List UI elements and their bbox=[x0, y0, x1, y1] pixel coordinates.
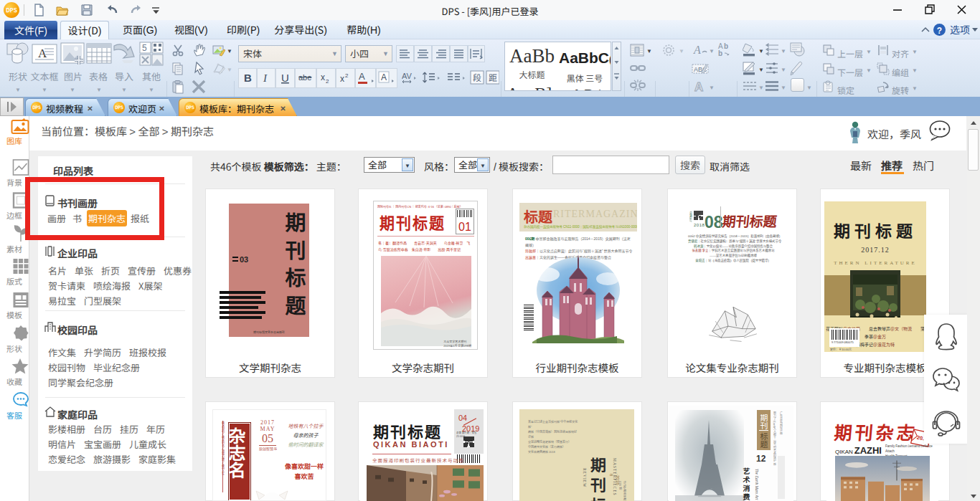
svg-text:距: 距 bbox=[489, 71, 497, 83]
svg-text:5: 5 bbox=[142, 42, 147, 53]
svg-text:B: B bbox=[244, 70, 252, 85]
svg-text:abe: abe bbox=[298, 71, 311, 82]
svg-text:U: U bbox=[281, 70, 289, 85]
svg-text:b: b bbox=[724, 42, 728, 51]
svg-text:x: x bbox=[321, 70, 325, 82]
svg-text:x: x bbox=[340, 72, 344, 84]
svg-text:A: A bbox=[381, 70, 387, 82]
svg-text:AV: AV bbox=[402, 70, 413, 81]
svg-text:2: 2 bbox=[326, 77, 329, 85]
svg-text:2: 2 bbox=[345, 71, 349, 79]
svg-text:b: b bbox=[718, 47, 722, 57]
svg-text:A: A bbox=[694, 79, 703, 93]
svg-text:A: A bbox=[359, 69, 365, 82]
svg-text:段: 段 bbox=[473, 71, 481, 83]
svg-text:A: A bbox=[693, 44, 701, 56]
svg-text:I: I bbox=[263, 72, 268, 84]
